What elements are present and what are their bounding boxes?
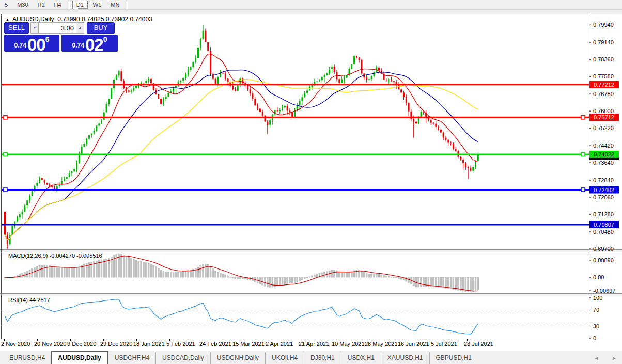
macd-histogram-bar xyxy=(408,277,410,283)
macd-histogram-bar xyxy=(371,274,372,277)
candle-body xyxy=(217,77,219,84)
tab-scroll-left-icon[interactable]: ◄ xyxy=(594,355,599,361)
macd-histogram-bar xyxy=(455,277,457,290)
sell-button[interactable]: SELL xyxy=(4,22,29,34)
macd-histogram-bar xyxy=(145,263,147,277)
macd-histogram-bar xyxy=(331,270,333,277)
macd-histogram-bar xyxy=(363,272,365,278)
volume-decrease-button[interactable]: ▼ xyxy=(30,22,39,34)
candle-body xyxy=(341,80,343,83)
macd-histogram-bar xyxy=(101,260,102,277)
candle-body xyxy=(475,161,476,167)
candle-body xyxy=(150,79,152,83)
timeframe-button-H1[interactable]: H1 xyxy=(34,1,49,9)
sell-price-display[interactable]: 0.74 00 6 xyxy=(4,35,59,52)
chart-tab-USDCNH-Daily[interactable]: USDCNH,Daily xyxy=(210,352,265,364)
macd-histogram-bar xyxy=(349,272,350,277)
collapse-arrow-icon[interactable]: ▲ xyxy=(5,17,10,22)
date-tick-label: 28 May 2021 xyxy=(365,341,398,347)
candle-body xyxy=(111,88,112,99)
one-click-trade-panel: SELL ▼ ▲ BUY 0.74 00 6 0.74 02 0 xyxy=(4,22,118,52)
candle-body xyxy=(257,105,258,108)
chart-tab-USDX-H1[interactable]: USDX,H1 xyxy=(341,352,381,364)
candle-body xyxy=(103,113,105,120)
sell-price-base: 0.74 xyxy=(14,42,26,49)
chart-tab-AUDUSD-Daily[interactable]: AUDUSD,Daily xyxy=(51,351,107,364)
macd-histogram-bar xyxy=(203,264,204,277)
candle-body xyxy=(284,106,286,108)
timeframe-button-5[interactable]: 5 xyxy=(1,1,12,9)
chart-tab-GBPUSD-H1[interactable]: GBPUSD,H1 xyxy=(429,352,478,364)
tab-scroll-right-icon[interactable]: ► xyxy=(612,355,617,361)
macd-histogram-bar xyxy=(344,272,345,277)
chart-background xyxy=(0,14,622,339)
macd-histogram-bar xyxy=(472,277,474,292)
toolbar-separator xyxy=(69,1,69,9)
candle-body xyxy=(445,138,447,140)
candle-body xyxy=(4,212,6,235)
macd-histogram-bar xyxy=(237,277,239,279)
macd-histogram-bar xyxy=(197,267,199,277)
macd-histogram-bar xyxy=(445,277,447,289)
macd-tick-label: -0.00697 xyxy=(593,288,615,294)
candle-body xyxy=(94,131,95,134)
macd-histogram-bar xyxy=(39,266,40,278)
timeframe-button-W1[interactable]: W1 xyxy=(89,1,106,9)
volume-input[interactable] xyxy=(39,22,76,34)
chart-tab-bar: EURUSD,H4AUDUSD,DailyUSDCHF,H4USDCAD,Dai… xyxy=(0,351,622,364)
macd-histogram-bar xyxy=(51,266,53,278)
macd-histogram-bar xyxy=(265,277,266,286)
buy-button[interactable]: BUY xyxy=(87,22,115,34)
chart-tab-EURUSD-H4[interactable]: EURUSD,H4 xyxy=(3,352,51,364)
date-tick-label: 16 Jun 2021 xyxy=(398,341,429,347)
date-tick-label: 20 Nov 2020 xyxy=(34,341,66,347)
candle-body xyxy=(306,90,308,93)
chart-tab-DJ30-H1[interactable]: DJ30,H1 xyxy=(304,352,341,364)
chart-symbol-label: AUDUSD,Daily xyxy=(12,15,54,23)
date-tick-label: 2 Nov 2020 xyxy=(1,341,30,347)
date-tick-label: 15 Mar 2021 xyxy=(232,341,265,347)
macd-histogram-bar xyxy=(321,273,323,277)
candle-body xyxy=(182,78,184,81)
chart-canvas[interactable]: 0.772120.757120.740220.724020.708070.799… xyxy=(0,14,622,351)
candle-body xyxy=(254,99,256,105)
candle-body xyxy=(324,75,325,77)
macd-histogram-bar xyxy=(267,277,268,287)
candle-body xyxy=(267,121,268,125)
tab-scroll-buttons: ◄ ► xyxy=(582,355,617,361)
macd-histogram-bar xyxy=(44,265,45,277)
macd-histogram-bar xyxy=(443,277,444,288)
chart-tab-UKOil-H4[interactable]: UKOil,H4 xyxy=(265,352,304,364)
candle-body xyxy=(388,80,390,80)
macd-histogram-bar xyxy=(400,277,402,279)
candle-body xyxy=(83,144,85,147)
candle-body xyxy=(455,149,457,151)
candle-body xyxy=(168,93,169,97)
macd-histogram-bar xyxy=(423,277,424,287)
timeframe-button-M30[interactable]: M30 xyxy=(13,1,32,9)
chart-tab-XAUUSD-H1[interactable]: XAUUSD,H1 xyxy=(381,352,429,364)
price-tick-label: 0.78360 xyxy=(593,56,614,62)
buy-price-base: 0.74 xyxy=(72,42,84,49)
candle-body xyxy=(133,88,134,91)
chart-tab-USDCAD-Daily[interactable]: USDCAD,Daily xyxy=(156,352,210,364)
macd-histogram-bar xyxy=(133,259,134,277)
candle-body xyxy=(447,140,449,143)
timeframe-button-MN[interactable]: MN xyxy=(106,1,123,9)
candle-body xyxy=(462,160,464,163)
buy-price-display[interactable]: 0.74 02 0 xyxy=(61,35,118,52)
macd-values: -0.004270 -0.005516 xyxy=(49,252,102,259)
timeframe-button-H4[interactable]: H4 xyxy=(50,1,66,9)
macd-histogram-bar xyxy=(381,275,382,277)
pane-separator-band xyxy=(0,250,622,252)
candle-body xyxy=(158,94,159,99)
candle-body xyxy=(195,58,196,62)
timeframe-button-D1[interactable]: D1 xyxy=(72,1,88,9)
candle-body xyxy=(145,81,147,83)
candle-body xyxy=(39,178,40,183)
chart-tab-USDCHF-H4[interactable]: USDCHF,H4 xyxy=(108,352,156,364)
volume-increase-button[interactable]: ▲ xyxy=(76,22,84,34)
candle-body xyxy=(421,112,422,117)
macd-histogram-bar xyxy=(272,277,273,287)
candle-body xyxy=(200,39,201,48)
